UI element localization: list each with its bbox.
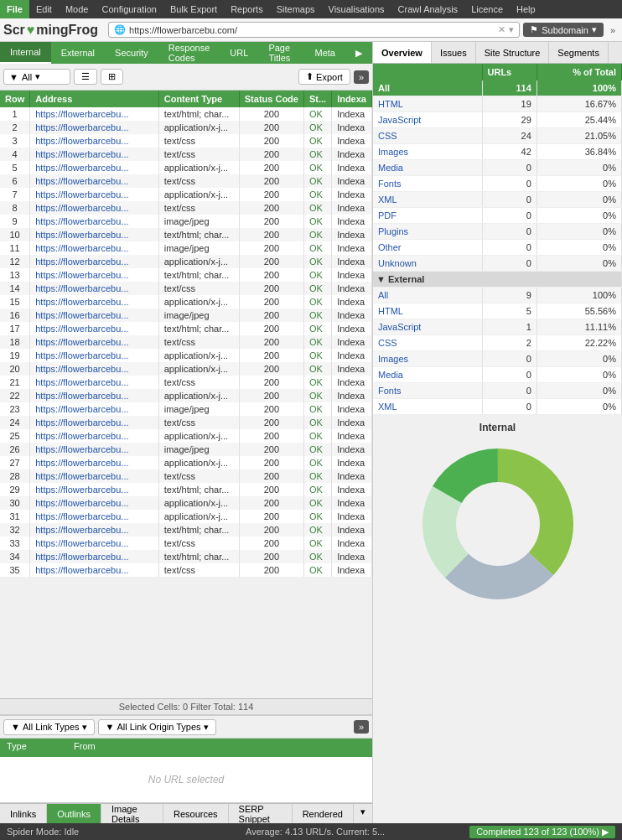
stats-label[interactable]: Plugins (373, 224, 482, 240)
table-row[interactable]: 8 https://flowerbarcebu... text/css 200 … (0, 201, 372, 215)
table-row[interactable]: 24 https://flowerbarcebu... text/css 200… (0, 416, 372, 429)
tab-inlinks[interactable]: Inlinks (0, 804, 47, 823)
tab-outlinks[interactable]: Outlinks (47, 804, 101, 823)
stats-row-ext[interactable]: Images00% (373, 351, 622, 367)
table-row[interactable]: 28 https://flowerbarcebu... text/css 200… (0, 469, 372, 483)
tab-internal[interactable]: Internal (0, 42, 51, 64)
table-row[interactable]: 29 https://flowerbarcebu... text/html; c… (0, 483, 372, 496)
menu-configuration[interactable]: Configuration (95, 3, 163, 16)
stats-row[interactable]: XML00% (373, 192, 622, 208)
stats-row[interactable]: JavaScript2925.44% (373, 112, 622, 128)
tab-response-codes[interactable]: Response Codes (158, 42, 220, 64)
table-row[interactable]: 20 https://flowerbarcebu... application/… (0, 362, 372, 376)
stats-row-all[interactable]: All114100% (373, 80, 622, 96)
list-view-btn[interactable]: ☰ (74, 69, 97, 85)
menu-sitemaps[interactable]: Sitemaps (270, 3, 322, 16)
menu-mode[interactable]: Mode (59, 3, 96, 16)
stats-container[interactable]: URLs % of Total All114100%HTML1916.67%Ja… (373, 64, 622, 823)
tab-rendered[interactable]: Rendered (293, 804, 354, 823)
crawl-progress[interactable]: Completed 123 of 123 (100%) ▶ (469, 826, 615, 838)
table-row[interactable]: 32 https://flowerbarcebu... text/html; c… (0, 523, 372, 537)
stats-row-ext[interactable]: Fonts00% (373, 383, 622, 399)
url-close-icon[interactable]: ✕ (498, 24, 505, 35)
stats-row[interactable]: Fonts00% (373, 176, 622, 192)
menu-licence[interactable]: Licence (464, 3, 510, 16)
table-row[interactable]: 25 https://flowerbarcebu... application/… (0, 429, 372, 443)
stats-label[interactable]: JavaScript (373, 319, 482, 335)
stats-label[interactable]: Media (373, 367, 482, 383)
menu-edit[interactable]: Edit (29, 3, 59, 16)
menu-crawl-analysis[interactable]: Crawl Analysis (391, 3, 465, 16)
table-row[interactable]: 4 https://flowerbarcebu... text/css 200 … (0, 148, 372, 161)
stats-label[interactable]: CSS (373, 335, 482, 351)
stats-row-ext[interactable]: Media00% (373, 367, 622, 383)
export-btn[interactable]: ⬆ Export (298, 69, 350, 85)
menu-reports[interactable]: Reports (224, 3, 270, 16)
all-link-types-btn[interactable]: ▼ All Link Types ▾ (3, 719, 95, 735)
tab-security[interactable]: Security (105, 42, 158, 64)
subdomain-selector[interactable]: ⚑ Subdomain ▾ (523, 23, 604, 37)
menu-visualisations[interactable]: Visualisations (322, 3, 391, 16)
stats-label[interactable]: JavaScript (373, 112, 482, 128)
stats-row[interactable]: HTML1916.67% (373, 96, 622, 112)
table-row[interactable]: 21 https://flowerbarcebu... text/css 200… (0, 376, 372, 389)
stats-row-ext[interactable]: XML00% (373, 399, 622, 415)
nav-forward-icon[interactable]: » (607, 25, 619, 35)
table-row[interactable]: 13 https://flowerbarcebu... text/html; c… (0, 268, 372, 282)
table-row[interactable]: 12 https://flowerbarcebu... application/… (0, 255, 372, 268)
stats-row-ext[interactable]: JavaScript111.11% (373, 319, 622, 335)
table-row[interactable]: 10 https://flowerbarcebu... text/html; c… (0, 228, 372, 241)
right-tab-site-structure[interactable]: Site Structure (476, 42, 550, 63)
menu-bulk-export[interactable]: Bulk Export (163, 3, 224, 16)
url-box[interactable]: 🌐 https://flowerbarcebu.com/ ✕ ▾ (108, 22, 520, 38)
tab-more-btn[interactable]: ▾ (354, 804, 372, 823)
table-row[interactable]: 22 https://flowerbarcebu... application/… (0, 389, 372, 402)
tab-page-titles[interactable]: Page Titles (258, 42, 304, 64)
table-row[interactable]: 17 https://flowerbarcebu... text/html; c… (0, 322, 372, 335)
stats-label[interactable]: Images (373, 351, 482, 367)
stats-label[interactable]: Images (373, 144, 482, 160)
right-tab-issues[interactable]: Issues (432, 42, 476, 63)
stats-label[interactable]: HTML (373, 303, 482, 319)
tab-external[interactable]: External (51, 42, 105, 64)
stats-row[interactable]: Images4236.84% (373, 144, 622, 160)
filter-dropdown[interactable]: ▼ All ▾ (3, 69, 70, 85)
tab-resources[interactable]: Resources (163, 804, 229, 823)
stats-row-ext[interactable]: HTML555.56% (373, 303, 622, 319)
stats-label[interactable]: Fonts (373, 176, 482, 192)
table-row[interactable]: 3 https://flowerbarcebu... text/css 200 … (0, 134, 372, 148)
table-row[interactable]: 33 https://flowerbarcebu... text/css 200… (0, 537, 372, 550)
stats-label[interactable]: Media (373, 160, 482, 176)
table-row[interactable]: 2 https://flowerbarcebu... application/x… (0, 121, 372, 134)
expand-btn[interactable]: » (354, 70, 369, 84)
all-link-origin-btn[interactable]: ▼ All Link Origin Types ▾ (98, 719, 216, 735)
menu-help[interactable]: Help (510, 3, 542, 16)
url-dropdown-icon[interactable]: ▾ (509, 24, 514, 35)
table-row[interactable]: 15 https://flowerbarcebu... application/… (0, 295, 372, 309)
stats-label[interactable]: Other (373, 240, 482, 256)
table-row[interactable]: 34 https://flowerbarcebu... text/html; c… (0, 550, 372, 563)
table-row[interactable]: 16 https://flowerbarcebu... image/jpeg 2… (0, 309, 372, 322)
stats-row[interactable]: Unknown00% (373, 256, 622, 272)
right-tab-overview[interactable]: Overview (373, 42, 432, 63)
file-menu[interactable]: File (0, 0, 29, 18)
stats-row-ext[interactable]: All9100% (373, 288, 622, 303)
tab-url[interactable]: URL (220, 42, 258, 64)
external-section-label[interactable]: ▼ External (373, 272, 622, 288)
table-row[interactable]: 30 https://flowerbarcebu... application/… (0, 496, 372, 510)
stats-label[interactable]: PDF (373, 208, 482, 224)
link-expand-btn[interactable]: » (354, 720, 369, 734)
table-row[interactable]: 1 https://flowerbarcebu... text/html; ch… (0, 107, 372, 121)
stats-row[interactable]: PDF00% (373, 208, 622, 224)
stats-row[interactable]: Other00% (373, 240, 622, 256)
table-row[interactable]: 14 https://flowerbarcebu... text/css 200… (0, 282, 372, 295)
stats-row-ext[interactable]: CSS222.22% (373, 335, 622, 351)
table-row[interactable]: 27 https://flowerbarcebu... application/… (0, 456, 372, 469)
stats-label[interactable]: HTML (373, 96, 482, 112)
stats-label[interactable]: Unknown (373, 256, 482, 272)
stats-label[interactable]: All (373, 288, 482, 303)
tab-more[interactable]: ▶ (345, 42, 372, 64)
table-row[interactable]: 7 https://flowerbarcebu... application/x… (0, 188, 372, 201)
grid-view-btn[interactable]: ⊞ (101, 69, 123, 85)
table-row[interactable]: 11 https://flowerbarcebu... image/jpeg 2… (0, 241, 372, 255)
